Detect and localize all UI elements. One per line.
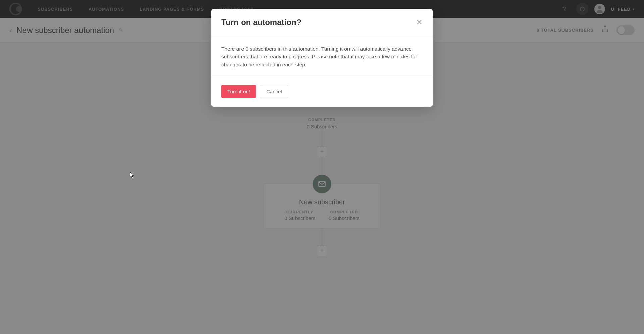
modal-body-text: There are 0 subscribers in this automati…	[211, 36, 433, 77]
close-icon[interactable]: ✕	[416, 18, 423, 26]
turn-on-automation-modal: Turn on automation? ✕ There are 0 subscr…	[211, 9, 433, 107]
turn-it-on-button[interactable]: Turn it on!	[221, 85, 256, 98]
cancel-button[interactable]: Cancel	[260, 85, 288, 98]
modal-title: Turn on automation?	[221, 18, 301, 27]
